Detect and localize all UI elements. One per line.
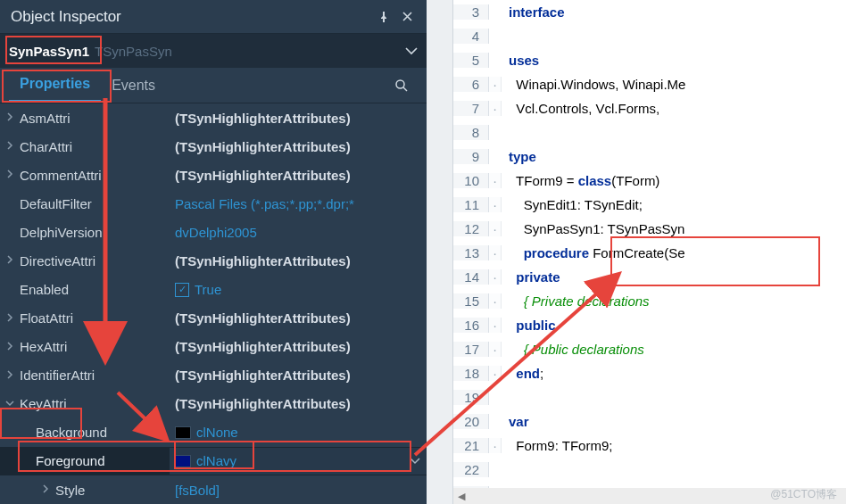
- chevron-down-icon[interactable]: [409, 457, 421, 466]
- code-line[interactable]: 11· SynEdit1: TSynEdit;: [453, 193, 846, 217]
- expand-icon[interactable]: [36, 483, 55, 496]
- line-number: 10: [453, 173, 489, 188]
- code-line[interactable]: 19: [453, 385, 846, 409]
- code-line[interactable]: 13· procedure FormCreate(Se: [453, 241, 846, 265]
- code-line[interactable]: 22: [453, 458, 846, 482]
- line-number: 7: [453, 101, 489, 116]
- property-value[interactable]: (TSynHighlighterAttributes): [170, 111, 427, 126]
- gutter-mark: ·: [489, 101, 502, 116]
- property-row[interactable]: Enabled✓ True: [0, 275, 427, 303]
- property-name: Style: [55, 483, 85, 498]
- property-subrow[interactable]: Foreground: [0, 447, 427, 475]
- property-name: KeyAttri: [20, 396, 67, 411]
- line-number: 5: [453, 53, 489, 68]
- code-line[interactable]: 5uses: [453, 48, 846, 72]
- line-number: 15: [453, 293, 489, 309]
- checkbox-icon[interactable]: ✓: [175, 283, 189, 297]
- expand-icon[interactable]: [0, 312, 20, 325]
- property-row[interactable]: CommentAttri(TSynHighlighterAttributes): [0, 161, 427, 189]
- property-value[interactable]: (TSynHighlighterAttributes): [170, 253, 427, 269]
- line-number: 22: [453, 462, 489, 477]
- gutter-mark: ·: [489, 221, 502, 236]
- expand-icon[interactable]: [0, 169, 20, 181]
- scroll-left-icon[interactable]: ◀: [453, 488, 469, 504]
- property-value[interactable]: (TSynHighlighterAttributes): [170, 139, 427, 154]
- property-row[interactable]: FloatAttri(TSynHighlighterAttributes): [0, 304, 427, 333]
- property-subrow[interactable]: BackgroundclNone: [0, 418, 427, 447]
- property-name: HexAttri: [20, 339, 67, 354]
- svg-point-0: [396, 80, 404, 88]
- expand-icon[interactable]: [0, 398, 20, 410]
- line-number: 11: [453, 197, 489, 212]
- property-value[interactable]: (TSynHighlighterAttributes): [170, 339, 427, 354]
- property-name: DefaultFilter: [20, 196, 92, 211]
- code-line[interactable]: 14· private: [453, 265, 846, 289]
- code-text: Winapi.Windows, Winapi.Me: [502, 77, 685, 92]
- property-subrow[interactable]: Style[fsBold]: [0, 475, 427, 504]
- expand-icon[interactable]: [0, 341, 20, 353]
- property-value[interactable]: (TSynHighlighterAttributes): [170, 310, 427, 326]
- code-line[interactable]: 21· Form9: TForm9;: [453, 434, 846, 458]
- property-name: DelphiVersion: [20, 225, 103, 240]
- property-value-editor[interactable]: [170, 448, 427, 475]
- component-selector[interactable]: SynPasSyn1 TSynPasSyn: [0, 34, 427, 68]
- property-row[interactable]: CharAttri(TSynHighlighterAttributes): [0, 132, 427, 161]
- code-line[interactable]: 9type: [453, 145, 846, 169]
- property-value[interactable]: Pascal Files (*.pas;*.pp;*.dpr;*: [170, 196, 427, 211]
- property-row[interactable]: AsmAttri(TSynHighlighterAttributes): [0, 103, 427, 132]
- code-line[interactable]: 12· SynPasSyn1: TSynPasSyn: [453, 217, 846, 241]
- gutter-mark: ·: [489, 342, 502, 357]
- property-name: CharAttri: [20, 139, 72, 154]
- property-value[interactable]: dvDelphi2005: [170, 225, 427, 240]
- code-text: SynEdit1: TSynEdit;: [502, 197, 643, 212]
- editor-ruler: [435, 0, 453, 504]
- code-line[interactable]: 15· { Private declarations: [453, 289, 846, 313]
- tab-events[interactable]: Events: [101, 68, 166, 103]
- pin-icon[interactable]: [375, 8, 393, 26]
- property-row[interactable]: DirectiveAttri(TSynHighlighterAttributes…: [0, 246, 427, 275]
- property-row[interactable]: KeyAttri(TSynHighlighterAttributes): [0, 390, 427, 418]
- code-line[interactable]: 7· Vcl.Controls, Vcl.Forms,: [453, 96, 846, 120]
- code-line[interactable]: 17· { Public declarations: [453, 337, 846, 361]
- property-value[interactable]: (TSynHighlighterAttributes): [170, 396, 427, 411]
- search-icon[interactable]: [386, 68, 418, 103]
- gutter-mark: ·: [489, 318, 502, 333]
- line-number: 21: [453, 438, 489, 453]
- expand-icon[interactable]: [0, 140, 20, 153]
- code-text: { Private declarations: [502, 293, 650, 309]
- property-value[interactable]: ✓ True: [170, 282, 427, 297]
- property-row[interactable]: HexAttri(TSynHighlighterAttributes): [0, 333, 427, 361]
- chevron-down-icon[interactable]: [405, 44, 418, 58]
- gutter-mark: ·: [489, 77, 502, 92]
- property-value[interactable]: (TSynHighlighterAttributes): [170, 368, 427, 383]
- code-line[interactable]: 8: [453, 120, 846, 145]
- code-line[interactable]: 6· Winapi.Windows, Winapi.Me: [453, 72, 846, 96]
- component-name: SynPasSyn1: [9, 44, 89, 59]
- property-value[interactable]: clNone: [170, 425, 427, 440]
- code-line[interactable]: 10· TForm9 = class(TForm): [453, 169, 846, 193]
- expand-icon[interactable]: [0, 112, 20, 124]
- color-input[interactable]: [196, 453, 303, 468]
- code-line[interactable]: 4: [453, 24, 846, 48]
- line-number: 9: [453, 149, 489, 164]
- code-line[interactable]: 3interface: [453, 0, 846, 24]
- property-row[interactable]: IdentifierAttri(TSynHighlighterAttribute…: [0, 361, 427, 390]
- close-icon[interactable]: [398, 8, 416, 26]
- editor-splitter[interactable]: [427, 0, 435, 504]
- property-row[interactable]: DelphiVersiondvDelphi2005: [0, 218, 427, 246]
- code-line[interactable]: 18· end;: [453, 361, 846, 385]
- code-line[interactable]: 16· public: [453, 313, 846, 337]
- property-value[interactable]: (TSynHighlighterAttributes): [170, 168, 427, 183]
- code-text: Form9: TForm9;: [502, 438, 612, 453]
- code-line[interactable]: 20var: [453, 409, 846, 434]
- expand-icon[interactable]: [0, 254, 20, 267]
- code-area[interactable]: 3interface45uses6· Winapi.Windows, Winap…: [453, 0, 846, 504]
- property-row[interactable]: DefaultFilterPascal Files (*.pas;*.pp;*.…: [0, 189, 427, 218]
- property-value[interactable]: [fsBold]: [170, 483, 427, 498]
- code-text: interface: [502, 4, 565, 20]
- gutter-mark: ·: [489, 438, 502, 453]
- tab-properties[interactable]: Properties: [9, 68, 101, 103]
- code-text: uses: [502, 53, 539, 68]
- expand-icon[interactable]: [0, 369, 20, 382]
- component-type: TSynPasSyn: [95, 44, 172, 59]
